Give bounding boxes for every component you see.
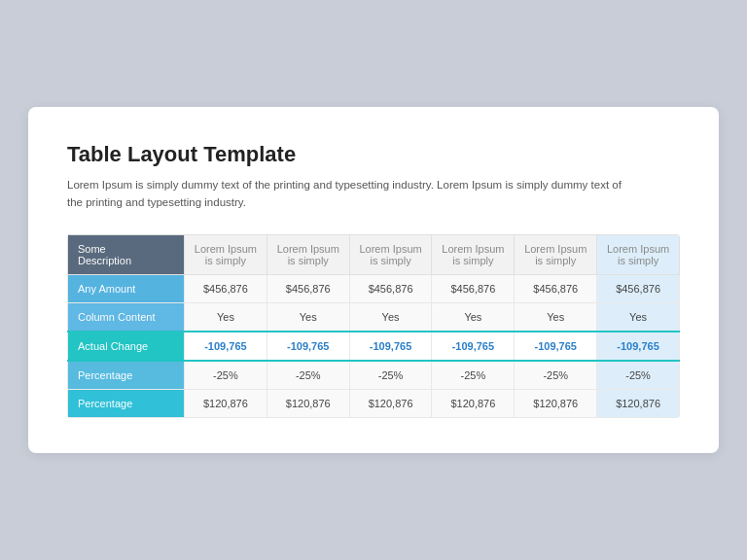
header-col-5: Lorem Ipsum is simply	[515, 234, 597, 274]
cell: -109,765	[432, 332, 515, 361]
cell: $120,876	[267, 389, 349, 417]
cell: $456,876	[185, 274, 267, 302]
row-label-any-amount: Any Amount	[68, 274, 185, 302]
cell: $456,876	[597, 274, 680, 302]
cell: -25%	[267, 361, 349, 390]
cell: $120,876	[432, 389, 515, 417]
card: Table Layout Template Lorem Ipsum is sim…	[28, 107, 719, 453]
cell: $120,876	[185, 389, 267, 417]
cell: Yes	[597, 302, 680, 332]
cell: $120,876	[515, 389, 597, 417]
cell: $120,876	[597, 389, 680, 417]
cell: -109,765	[185, 332, 267, 361]
cell: -25%	[432, 361, 515, 390]
cell: Yes	[185, 302, 267, 332]
table-row: Actual Change -109,765 -109,765 -109,765…	[68, 332, 680, 361]
table-wrapper: SomeDescription Lorem Ipsum is simply Lo…	[67, 234, 680, 418]
cell: $456,876	[515, 274, 597, 302]
cell: $456,876	[267, 274, 349, 302]
cell: -109,765	[267, 332, 349, 361]
cell: -25%	[349, 361, 432, 390]
cell: -25%	[515, 361, 597, 390]
table-header-row: SomeDescription Lorem Ipsum is simply Lo…	[68, 234, 680, 274]
row-label-column-content: Column Content	[68, 302, 185, 332]
cell: Yes	[267, 302, 349, 332]
cell: $456,876	[432, 274, 515, 302]
cell: -109,765	[515, 332, 597, 361]
table-row: Column Content Yes Yes Yes Yes Yes Yes	[68, 302, 680, 332]
cell: $120,876	[349, 389, 432, 417]
table-row: Any Amount $456,876 $456,876 $456,876 $4…	[68, 274, 680, 302]
table-row: Percentage $120,876 $120,876 $120,876 $1…	[68, 389, 680, 417]
row-label-percentage-2: Percentage	[68, 389, 185, 417]
row-label-percentage-1: Percentage	[68, 361, 185, 390]
cell: -109,765	[349, 332, 432, 361]
header-label-cell: SomeDescription	[68, 234, 185, 274]
cell: Yes	[515, 302, 597, 332]
cell: $456,876	[349, 274, 432, 302]
header-col-1: Lorem Ipsum is simply	[185, 234, 267, 274]
cell: Yes	[432, 302, 515, 332]
table-row: Percentage -25% -25% -25% -25% -25% -25%	[68, 361, 680, 390]
cell: -25%	[597, 361, 680, 390]
cell: -109,765	[597, 332, 680, 361]
page-description: Lorem Ipsum is simply dummy text of the …	[67, 177, 631, 211]
page-title: Table Layout Template	[67, 142, 680, 167]
header-col-3: Lorem Ipsum is simply	[349, 234, 432, 274]
row-label-actual-change: Actual Change	[68, 332, 185, 361]
header-col-4: Lorem Ipsum is simply	[432, 234, 515, 274]
header-col-6: Lorem Ipsum is simply	[597, 234, 680, 274]
header-col-2: Lorem Ipsum is simply	[267, 234, 349, 274]
cell: -25%	[185, 361, 267, 390]
cell: Yes	[349, 302, 432, 332]
data-table: SomeDescription Lorem Ipsum is simply Lo…	[67, 234, 680, 418]
